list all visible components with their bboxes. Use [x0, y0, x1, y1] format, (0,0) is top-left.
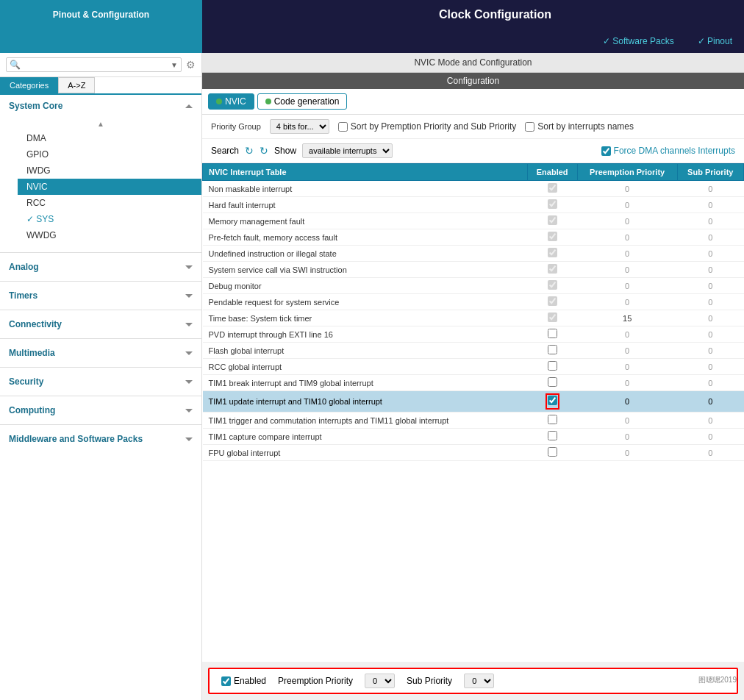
table-row-preemption: 0	[577, 391, 677, 413]
refresh-icon-1[interactable]: ↻	[245, 145, 254, 157]
table-row-enabled[interactable]	[527, 294, 577, 310]
table-row-enabled[interactable]	[527, 413, 577, 429]
enabled-checkbox[interactable]	[548, 215, 557, 225]
analog-header[interactable]: Analog	[0, 256, 201, 278]
table-row-enabled[interactable]	[527, 197, 577, 213]
force-dma-label: Force DMA channels Interrupts	[601, 146, 735, 156]
system-core-header[interactable]: System Core	[0, 95, 201, 117]
table-row-enabled[interactable]	[527, 429, 577, 445]
bottom-bar: Enabled Preemption Priority 0 Sub Priori…	[208, 668, 738, 694]
table-row-enabled[interactable]	[527, 213, 577, 229]
enabled-checkbox[interactable]	[548, 377, 557, 387]
table-row-name: Flash global interrupt	[203, 343, 528, 359]
tab-nvic[interactable]: NVIC	[208, 93, 254, 110]
timers-header[interactable]: Timers	[0, 285, 201, 307]
table-row-sub: 0	[677, 310, 743, 326]
sys-check-icon: ✓	[26, 214, 36, 224]
table-row-name: Pendable request for system service	[203, 294, 528, 310]
table-row-enabled[interactable]	[527, 310, 577, 326]
nvic-tabs: NVIC Code generation	[202, 89, 744, 115]
show-select[interactable]: available interrupts all interrupts acti…	[302, 143, 393, 158]
table-row-sub: 0	[677, 246, 743, 262]
table-row-enabled[interactable]	[527, 181, 577, 197]
sidebar-item-iwdg[interactable]: IWDG	[18, 162, 201, 179]
enabled-checkbox[interactable]	[548, 396, 557, 405]
enabled-checkbox[interactable]	[548, 199, 557, 209]
nvic-table-wrapper: NVIC Interrupt Table Enabled Preemption …	[202, 163, 744, 662]
enabled-checkbox[interactable]	[548, 361, 557, 371]
table-row-sub: 0	[677, 181, 743, 197]
divider-7	[0, 424, 201, 425]
sidebar-item-rcc[interactable]: RCC	[18, 195, 201, 211]
nvic-interrupt-table: NVIC Interrupt Table Enabled Preemption …	[202, 163, 744, 461]
table-row-sub: 0	[677, 343, 743, 359]
enabled-checkbox[interactable]	[548, 183, 557, 193]
computing-expand-icon	[185, 409, 193, 413]
pinout-btn[interactable]: ✓ Pinout	[686, 36, 744, 46]
table-row-enabled[interactable]	[527, 391, 577, 413]
bottom-sub-priority-select[interactable]: 0	[464, 674, 494, 688]
col-header-enabled: Enabled	[527, 164, 577, 181]
enabled-checkbox[interactable]	[548, 329, 557, 338]
col-header-preemption: Preemption Priority	[577, 164, 677, 181]
table-row-enabled[interactable]	[527, 445, 577, 461]
tab-az[interactable]: A->Z	[58, 77, 95, 93]
tab-categories[interactable]: Categories	[0, 77, 58, 93]
table-row-sub: 0	[677, 278, 743, 294]
sidebar-item-dma[interactable]: DMA	[18, 130, 201, 146]
enabled-checkbox[interactable]	[548, 296, 557, 306]
table-row-enabled[interactable]	[527, 326, 577, 343]
table-row-preemption: 0	[577, 359, 677, 375]
enabled-checkbox[interactable]	[548, 431, 557, 440]
table-row-enabled[interactable]	[527, 278, 577, 294]
bottom-preemption-select[interactable]: 0	[365, 674, 395, 688]
sort-interrupts-checkbox[interactable]	[525, 122, 534, 132]
bottom-enabled-checkbox[interactable]	[221, 676, 231, 686]
bottom-preemption-label: Preemption Priority	[278, 676, 353, 686]
enabled-checkbox[interactable]	[548, 264, 557, 274]
refresh-icon-2[interactable]: ↻	[260, 145, 268, 157]
search-input[interactable]	[22, 60, 171, 69]
table-row-enabled[interactable]	[527, 246, 577, 262]
gear-icon[interactable]: ⚙	[186, 59, 196, 71]
sidebar-item-gpio[interactable]: GPIO	[18, 146, 201, 162]
computing-header[interactable]: Computing	[0, 399, 201, 421]
enabled-checkbox[interactable]	[548, 345, 557, 354]
middleware-header[interactable]: Middleware and Software Packs	[0, 428, 201, 450]
search-dropdown-icon[interactable]: ▼	[171, 61, 178, 69]
tab-code-generation[interactable]: Code generation	[257, 93, 348, 110]
table-row-enabled[interactable]	[527, 375, 577, 391]
sidebar-item-wwdg[interactable]: WWDG	[18, 227, 201, 243]
divider-6	[0, 396, 201, 396]
connectivity-header[interactable]: Connectivity	[0, 313, 201, 335]
table-row-enabled[interactable]	[527, 262, 577, 278]
table-row-preemption: 0	[577, 213, 677, 229]
enabled-checkbox[interactable]	[548, 232, 557, 241]
table-row-sub: 0	[677, 429, 743, 445]
software-packs-btn[interactable]: ✓ Software Packs	[591, 36, 686, 46]
security-header[interactable]: Security	[0, 371, 201, 393]
sidebar-tabs: Categories A->Z	[0, 77, 201, 95]
multimedia-header[interactable]: Multimedia	[0, 342, 201, 364]
content-area: NVIC Mode and Configuration Configuratio…	[202, 53, 744, 700]
enabled-checkbox[interactable]	[548, 415, 557, 424]
search-input-wrapper[interactable]: 🔍 ▼	[6, 57, 182, 72]
sort-premption-checkbox[interactable]	[338, 122, 348, 132]
sub-header-left	[0, 29, 202, 53]
enabled-checkbox[interactable]	[548, 248, 557, 257]
sidebar-item-nvic[interactable]: NVIC	[18, 179, 201, 195]
table-row-enabled[interactable]	[527, 359, 577, 375]
enabled-checkbox[interactable]	[548, 312, 557, 322]
enabled-checkbox[interactable]	[548, 447, 557, 457]
table-row-enabled[interactable]	[527, 343, 577, 359]
enabled-checkbox[interactable]	[548, 280, 557, 290]
table-row-preemption: 0	[577, 429, 677, 445]
table-row-preemption: 0	[577, 445, 677, 461]
table-row-enabled[interactable]	[527, 229, 577, 246]
table-row-name: System service call via SWI instruction	[203, 262, 528, 278]
priority-group-row: Priority Group 4 bits for... Sort by Pre…	[202, 115, 744, 139]
priority-group-select[interactable]: 4 bits for...	[270, 119, 329, 134]
sidebar-item-sys[interactable]: ✓ SYS	[18, 211, 201, 227]
force-dma-checkbox[interactable]	[601, 146, 611, 156]
bottom-enabled-label: Enabled	[221, 676, 266, 686]
